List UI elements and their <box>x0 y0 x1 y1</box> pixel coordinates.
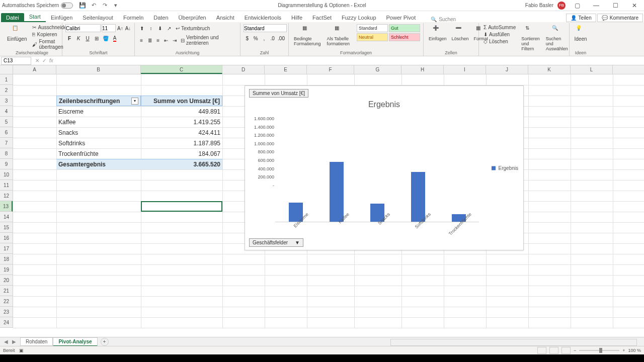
pivot-cell[interactable]: 424.411 <box>141 127 222 138</box>
currency-icon[interactable]: $ <box>244 34 251 42</box>
align-right-icon[interactable]: ≡ <box>154 36 162 44</box>
comments-button[interactable]: 💬Kommentare <box>597 14 643 22</box>
row-22[interactable]: 22 <box>0 296 13 307</box>
indent-increase-icon[interactable]: ⇥ <box>171 36 178 44</box>
conditional-format-button[interactable]: ▦Bedingte Formatierung <box>292 24 323 47</box>
underline-button[interactable]: U <box>84 34 92 42</box>
zoom-out-icon[interactable]: − <box>574 348 576 353</box>
row-15[interactable]: 15 <box>0 222 13 233</box>
zoom-in-icon[interactable]: + <box>622 348 625 353</box>
view-pagebreak-icon[interactable] <box>561 347 571 354</box>
style-neutral[interactable]: Neutral <box>357 33 388 41</box>
search-box[interactable]: 🔍 Suchen <box>431 17 456 22</box>
row-5[interactable]: 5 <box>0 117 13 127</box>
formula-input[interactable] <box>57 57 644 65</box>
pivot-cell[interactable]: Softdrinks <box>56 138 141 148</box>
row-23[interactable]: 23 <box>0 307 13 317</box>
chart-axis-filter[interactable]: Geschäftsfelder▼ <box>249 238 303 247</box>
decimal-decrease-icon[interactable]: .00 <box>277 34 285 42</box>
orientation-icon[interactable]: ↗ <box>165 24 173 32</box>
col-D[interactable]: D <box>222 65 265 74</box>
view-normal-icon[interactable] <box>537 347 546 354</box>
chart-object[interactable]: Summe von Umsatz [€] Ergebnis 1.600.0001… <box>245 85 524 250</box>
sheet-nav-prev[interactable]: ◀ <box>4 339 8 344</box>
style-standard[interactable]: Standard <box>357 24 388 32</box>
row-3[interactable]: 3 <box>0 96 13 106</box>
row-8[interactable]: 8 <box>0 148 13 159</box>
redo-icon[interactable]: ↷ <box>101 2 108 9</box>
font-color-button[interactable]: A <box>111 34 119 42</box>
row-16[interactable]: 16 <box>0 233 13 243</box>
pivot-cell[interactable]: Eiscreme <box>56 106 141 117</box>
col-L[interactable]: L <box>571 65 613 74</box>
pivot-cell[interactable]: 1.419.255 <box>141 117 222 127</box>
sort-filter-button[interactable]: ⇅Sortieren und Filtern <box>519 24 542 52</box>
row-9[interactable]: 9 <box>0 159 13 169</box>
col-G[interactable]: G <box>354 65 401 74</box>
tab-seitenlayout[interactable]: Seitenlayout <box>77 13 118 22</box>
decimal-increase-icon[interactable]: .0 <box>269 34 276 42</box>
row-20[interactable]: 20 <box>0 275 13 286</box>
font-size-select[interactable] <box>102 24 116 32</box>
align-left-icon[interactable]: ≡ <box>138 36 145 44</box>
indent-decrease-icon[interactable]: ⇤ <box>163 36 170 44</box>
tab-daten[interactable]: Daten <box>148 13 173 22</box>
pivot-total-label[interactable]: Gesamtergebnis <box>56 159 141 169</box>
tab-file[interactable]: Datei <box>1 13 24 22</box>
row-21[interactable]: 21 <box>0 286 13 296</box>
align-top-icon[interactable]: ⬆ <box>138 24 146 32</box>
share-button[interactable]: 👤Teilen <box>566 14 596 22</box>
chart-value-filter[interactable]: Summe von Umsatz [€] <box>249 89 308 98</box>
sheet-tab-rohdaten[interactable]: Rohdaten <box>20 337 53 346</box>
merge-button[interactable]: ⊟Verbinden und zentrieren <box>179 34 237 46</box>
save-icon[interactable]: 💾 <box>79 2 86 9</box>
ribbon-toggle-icon[interactable]: ▢ <box>570 2 585 9</box>
row-17[interactable]: 17 <box>0 243 13 254</box>
style-schlecht[interactable]: Schlecht <box>389 33 420 41</box>
delete-cells-button[interactable]: ➖Löschen <box>450 24 471 42</box>
row-6[interactable]: 6 <box>0 127 13 138</box>
row-19[interactable]: 19 <box>0 264 13 275</box>
align-middle-icon[interactable]: ↕ <box>147 24 155 32</box>
row-24[interactable]: 24 <box>0 317 13 328</box>
align-bottom-icon[interactable]: ⬇ <box>156 24 164 32</box>
autosum-button[interactable]: ΣAutoSumme <box>482 24 517 31</box>
insert-cells-button[interactable]: ➕Einfügen <box>427 24 449 42</box>
tab-factset[interactable]: FactSet <box>307 13 337 22</box>
qat-customize-icon[interactable]: ▾ <box>112 2 119 9</box>
find-select-button[interactable]: 🔍Suchen und Auswählen <box>544 24 570 52</box>
name-box[interactable] <box>1 57 31 65</box>
ideas-button[interactable]: 💡Ideen <box>573 24 589 43</box>
row-1[interactable]: 1 <box>0 74 13 85</box>
minimize-icon[interactable]: — <box>589 2 604 9</box>
user-avatar[interactable]: FB <box>557 2 566 10</box>
macro-record-icon[interactable]: ▣ <box>19 348 24 353</box>
col-B[interactable]: B <box>56 65 141 74</box>
col-J[interactable]: J <box>486 65 528 74</box>
view-layout-icon[interactable] <box>549 347 558 354</box>
col-C[interactable]: C <box>141 65 222 74</box>
col-F[interactable]: F <box>307 65 354 74</box>
tab-formeln[interactable]: Formeln <box>118 13 148 22</box>
pivot-cell[interactable]: 184.067 <box>141 148 222 159</box>
cells-area[interactable]: Zeilenbeschriftungen ▼ Summe von Umsatz … <box>13 74 644 328</box>
tab-hilfe[interactable]: Hilfe <box>286 13 307 22</box>
percent-icon[interactable]: % <box>252 34 260 42</box>
row-18[interactable]: 18 <box>0 254 13 264</box>
tab-ansicht[interactable]: Ansicht <box>211 13 239 22</box>
pivot-cell[interactable]: Kaffee <box>56 117 141 127</box>
pivot-row-header[interactable]: Zeilenbeschriftungen ▼ <box>56 96 141 106</box>
sheet-tab-pivot[interactable]: Pivot-Analyse <box>53 337 97 346</box>
accept-formula-icon[interactable]: ✓ <box>42 58 46 63</box>
paste-button[interactable]: 📋 Einfügen <box>5 24 29 50</box>
pivot-cell[interactable]: Snacks <box>56 127 141 138</box>
style-gut[interactable]: Gut <box>389 24 420 32</box>
tab-fuzzy[interactable]: Fuzzy Lookup <box>337 13 381 22</box>
toggle-switch[interactable] <box>61 3 73 9</box>
font-name-select[interactable] <box>65 24 101 32</box>
close-icon[interactable]: ✕ <box>627 2 642 9</box>
col-A[interactable]: A <box>13 65 56 74</box>
pivot-cell[interactable]: 1.187.895 <box>141 138 222 148</box>
autosave-toggle[interactable]: Automatisches Speichern <box>2 3 73 9</box>
maximize-icon[interactable]: ☐ <box>608 2 623 9</box>
